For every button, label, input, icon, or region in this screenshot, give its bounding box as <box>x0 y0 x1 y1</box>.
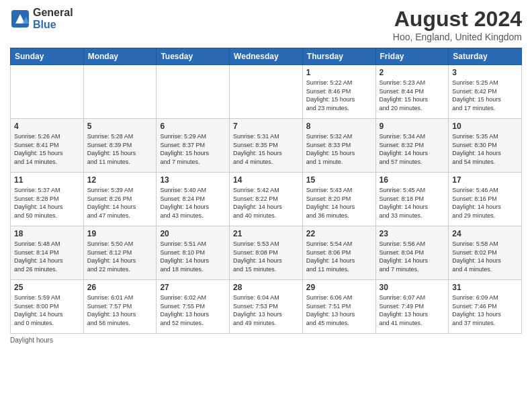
header-cell-sunday: Sunday <box>11 48 84 65</box>
day-number: 14 <box>233 175 299 185</box>
day-info: Sunrise: 5:22 AM Sunset: 8:46 PM Dayligh… <box>306 79 372 112</box>
day-info: Sunrise: 5:54 AM Sunset: 8:06 PM Dayligh… <box>306 240 372 273</box>
header-cell-wednesday: Wednesday <box>230 48 303 65</box>
day-cell: 22Sunrise: 5:54 AM Sunset: 8:06 PM Dayli… <box>302 226 375 280</box>
week-row-1: 1Sunrise: 5:22 AM Sunset: 8:46 PM Daylig… <box>11 65 522 119</box>
calendar-table: SundayMondayTuesdayWednesdayThursdayFrid… <box>10 48 522 334</box>
day-number: 5 <box>87 122 153 131</box>
day-cell: 29Sunrise: 6:06 AM Sunset: 7:51 PM Dayli… <box>302 280 375 334</box>
day-number: 8 <box>306 122 372 131</box>
day-cell: 6Sunrise: 5:29 AM Sunset: 8:37 PM Daylig… <box>157 119 230 173</box>
day-cell: 27Sunrise: 6:02 AM Sunset: 7:55 PM Dayli… <box>157 280 230 334</box>
day-info: Sunrise: 6:01 AM Sunset: 7:57 PM Dayligh… <box>87 293 153 327</box>
day-info: Sunrise: 6:07 AM Sunset: 7:49 PM Dayligh… <box>380 293 445 327</box>
day-number: 12 <box>87 175 153 185</box>
day-cell: 11Sunrise: 5:37 AM Sunset: 8:28 PM Dayli… <box>11 173 84 226</box>
day-info: Sunrise: 6:02 AM Sunset: 7:55 PM Dayligh… <box>160 293 226 327</box>
day-number: 28 <box>233 283 299 292</box>
day-cell: 30Sunrise: 6:07 AM Sunset: 7:49 PM Dayli… <box>375 280 449 334</box>
day-cell: 20Sunrise: 5:51 AM Sunset: 8:10 PM Dayli… <box>157 226 230 280</box>
day-cell <box>157 65 230 119</box>
day-info: Sunrise: 5:28 AM Sunset: 8:39 PM Dayligh… <box>87 132 153 166</box>
day-cell: 23Sunrise: 5:56 AM Sunset: 8:04 PM Dayli… <box>375 226 449 280</box>
day-info: Sunrise: 5:45 AM Sunset: 8:18 PM Dayligh… <box>380 186 445 220</box>
footer-note: Daylight hours <box>10 336 522 344</box>
day-number: 21 <box>233 229 299 238</box>
day-cell <box>11 65 84 119</box>
location: Hoo, England, United Kingdom <box>393 32 522 42</box>
day-info: Sunrise: 5:37 AM Sunset: 8:28 PM Dayligh… <box>14 186 80 220</box>
day-cell: 10Sunrise: 5:35 AM Sunset: 8:30 PM Dayli… <box>449 119 522 173</box>
header-cell-thursday: Thursday <box>302 48 375 65</box>
day-info: Sunrise: 5:29 AM Sunset: 8:37 PM Dayligh… <box>160 132 226 166</box>
week-row-5: 25Sunrise: 5:59 AM Sunset: 8:00 PM Dayli… <box>11 280 522 334</box>
day-info: Sunrise: 6:06 AM Sunset: 7:51 PM Dayligh… <box>306 293 372 327</box>
day-cell: 3Sunrise: 5:25 AM Sunset: 8:42 PM Daylig… <box>449 65 522 119</box>
day-info: Sunrise: 5:53 AM Sunset: 8:08 PM Dayligh… <box>233 240 299 273</box>
day-cell <box>83 65 157 119</box>
header-cell-saturday: Saturday <box>449 48 522 65</box>
calendar-body: 1Sunrise: 5:22 AM Sunset: 8:46 PM Daylig… <box>11 65 522 334</box>
day-info: Sunrise: 5:25 AM Sunset: 8:42 PM Dayligh… <box>452 79 518 112</box>
day-number: 4 <box>14 122 80 131</box>
day-number: 1 <box>306 68 372 77</box>
day-info: Sunrise: 6:09 AM Sunset: 7:46 PM Dayligh… <box>452 293 518 327</box>
day-number: 24 <box>452 229 518 238</box>
day-cell: 31Sunrise: 6:09 AM Sunset: 7:46 PM Dayli… <box>449 280 522 334</box>
day-number: 15 <box>306 175 372 185</box>
day-info: Sunrise: 5:50 AM Sunset: 8:12 PM Dayligh… <box>87 240 153 273</box>
logo-icon <box>10 9 30 29</box>
day-number: 11 <box>14 175 80 185</box>
day-cell: 21Sunrise: 5:53 AM Sunset: 8:08 PM Dayli… <box>230 226 303 280</box>
day-cell: 25Sunrise: 5:59 AM Sunset: 8:00 PM Dayli… <box>11 280 84 334</box>
day-info: Sunrise: 5:34 AM Sunset: 8:32 PM Dayligh… <box>380 132 445 166</box>
day-number: 18 <box>14 229 80 238</box>
day-info: Sunrise: 5:59 AM Sunset: 8:00 PM Dayligh… <box>14 293 80 327</box>
day-cell: 7Sunrise: 5:31 AM Sunset: 8:35 PM Daylig… <box>230 119 303 173</box>
day-number: 3 <box>452 68 518 77</box>
header-cell-tuesday: Tuesday <box>157 48 230 65</box>
logo-general: General <box>33 7 73 19</box>
day-cell: 15Sunrise: 5:43 AM Sunset: 8:20 PM Dayli… <box>302 173 375 226</box>
day-info: Sunrise: 5:51 AM Sunset: 8:10 PM Dayligh… <box>160 240 226 273</box>
day-cell: 24Sunrise: 5:58 AM Sunset: 8:02 PM Dayli… <box>449 226 522 280</box>
week-row-4: 18Sunrise: 5:48 AM Sunset: 8:14 PM Dayli… <box>11 226 522 280</box>
day-number: 6 <box>160 122 226 131</box>
day-cell: 2Sunrise: 5:23 AM Sunset: 8:44 PM Daylig… <box>375 65 449 119</box>
day-cell: 12Sunrise: 5:39 AM Sunset: 8:26 PM Dayli… <box>83 173 157 226</box>
day-number: 17 <box>452 175 518 185</box>
day-info: Sunrise: 5:56 AM Sunset: 8:04 PM Dayligh… <box>380 240 445 273</box>
day-number: 16 <box>380 175 445 185</box>
day-info: Sunrise: 5:31 AM Sunset: 8:35 PM Dayligh… <box>233 132 299 166</box>
header-cell-friday: Friday <box>375 48 449 65</box>
header-row: SundayMondayTuesdayWednesdayThursdayFrid… <box>11 48 522 65</box>
week-row-3: 11Sunrise: 5:37 AM Sunset: 8:28 PM Dayli… <box>11 173 522 226</box>
day-number: 22 <box>306 229 372 238</box>
day-number: 2 <box>380 68 445 77</box>
day-info: Sunrise: 6:04 AM Sunset: 7:53 PM Dayligh… <box>233 293 299 327</box>
day-info: Sunrise: 5:26 AM Sunset: 8:41 PM Dayligh… <box>14 132 80 166</box>
calendar-page: General Blue August 2024 Hoo, England, U… <box>0 0 532 411</box>
day-cell: 9Sunrise: 5:34 AM Sunset: 8:32 PM Daylig… <box>375 119 449 173</box>
day-info: Sunrise: 5:35 AM Sunset: 8:30 PM Dayligh… <box>452 132 518 166</box>
logo: General Blue <box>10 7 73 30</box>
day-cell <box>230 65 303 119</box>
day-info: Sunrise: 5:58 AM Sunset: 8:02 PM Dayligh… <box>452 240 518 273</box>
day-number: 27 <box>160 283 226 292</box>
day-cell: 18Sunrise: 5:48 AM Sunset: 8:14 PM Dayli… <box>11 226 84 280</box>
day-number: 20 <box>160 229 226 238</box>
day-number: 9 <box>380 122 445 131</box>
day-cell: 13Sunrise: 5:40 AM Sunset: 8:24 PM Dayli… <box>157 173 230 226</box>
title-area: August 2024 Hoo, England, United Kingdom <box>393 7 522 42</box>
day-info: Sunrise: 5:40 AM Sunset: 8:24 PM Dayligh… <box>160 186 226 220</box>
day-info: Sunrise: 5:42 AM Sunset: 8:22 PM Dayligh… <box>233 186 299 220</box>
day-number: 30 <box>380 283 445 292</box>
day-number: 23 <box>380 229 445 238</box>
logo-blue: Blue <box>33 19 73 31</box>
week-row-2: 4Sunrise: 5:26 AM Sunset: 8:41 PM Daylig… <box>11 119 522 173</box>
day-cell: 8Sunrise: 5:32 AM Sunset: 8:33 PM Daylig… <box>302 119 375 173</box>
day-cell: 14Sunrise: 5:42 AM Sunset: 8:22 PM Dayli… <box>230 173 303 226</box>
day-cell: 4Sunrise: 5:26 AM Sunset: 8:41 PM Daylig… <box>11 119 84 173</box>
month-year: August 2024 <box>393 7 522 32</box>
day-cell: 5Sunrise: 5:28 AM Sunset: 8:39 PM Daylig… <box>83 119 157 173</box>
